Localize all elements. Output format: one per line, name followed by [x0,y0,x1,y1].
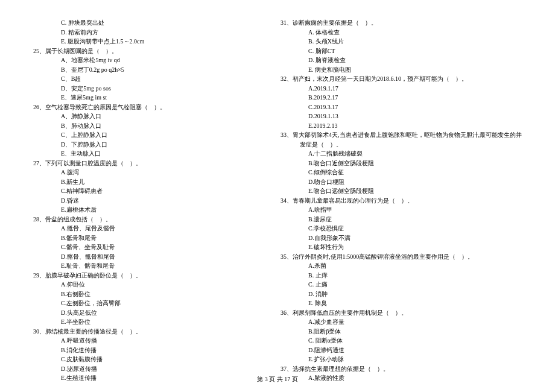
q29-option-c: C.左侧卧位，抬高臀部 [33,299,253,308]
q26-option-c: C、上腔静脉入口 [33,130,253,140]
q28-option-a: A.骶骨、尾骨及髋骨 [33,224,253,233]
q29-option-a: A.仰卧位 [33,280,253,289]
q27-option-a: A.腹泻 [33,168,253,177]
q30-option-d: D.泌尿道传播 [33,364,253,374]
q25-stem: 25、属于长期医嘱的是（ ）。 [33,46,253,56]
q37-stem: 37、选择抗生素最理想的依据是（ ）。 [281,364,522,374]
q32-stem: 32、初产妇，末次月经第一天日期为2018.6.10，预产期可能为（ ）。 [281,74,522,84]
q33-stem-line1: 33、胃大部切除术4天,当患者进食后上腹饱胀和呕吐，呕吐物为食物无胆汁,最可能发… [281,130,522,140]
q28-option-e: E.耻骨、髂骨和尾骨 [33,261,253,271]
q26-option-a: A、肺静脉入口 [33,112,253,121]
q32-option-b: B.2019.2.17 [281,93,522,103]
q35-option-e: E. 除臭 [281,299,522,308]
q26-option-d: D、下腔静脉入口 [33,140,253,150]
q30-stem: 30、肺结核最主要的传播途径是（ ）。 [33,327,253,337]
q29-option-e: E.半坐卧位 [33,317,253,327]
q31-stem: 31、诊断癫痫的主要依据是（ ）。 [281,18,522,28]
q26-stem: 26、空气栓塞导致死亡的原因是气栓阻塞（ ）。 [33,103,253,112]
q34-option-a: A.吮指甲 [281,205,522,215]
q25-option-e: E、速尿5mg im st [33,93,253,103]
q30-option-a: A.呼吸道传播 [33,336,253,346]
q35-option-b: B. 止痒 [281,271,522,280]
q36-stem: 36、利尿剂降低血压的主要作用机制是（ ）。 [281,308,522,318]
page-container: C. 肿块最突出处 D. 精索前内方 E. 腹股沟韧带中点上1.5～2.0cm … [0,0,555,392]
q24-option-d: D. 精索前内方 [33,28,253,37]
q36-option-e: E.扩张小动脉 [281,355,522,364]
q25-option-c: C、B超 [33,74,253,84]
q25-option-a: A、地塞米松5mg iv qd [33,55,253,65]
q28-stem: 28、骨盆的组成包括（ ）。 [33,215,253,224]
q33-option-b: B.吻合口近侧空肠段梗阻 [281,159,522,168]
q33-option-d: D.吻合口梗阻 [281,177,522,187]
q24-option-e: E. 腹股沟韧带中点上1.5～2.0cm [33,37,253,46]
q33-option-e: E.吻合口远侧空肠段梗阻 [281,186,522,196]
page-footer: 第 3 页 共 17 页 [0,375,555,384]
q30-option-c: C.皮肤黏膜传播 [33,355,253,364]
q27-option-e: E.扁桃体术后 [33,205,253,215]
q26-option-e: E、主动脉入口 [33,149,253,159]
q32-option-c: C.2019.3.17 [281,103,522,112]
q35-option-a: A.杀菌 [281,261,522,271]
q27-stem: 27、下列可以测量口腔温度的是（ ）。 [33,159,253,168]
q32-option-e: E.2019.2.13 [281,121,522,131]
q31-option-c: C. 脑部CT [281,46,522,56]
q27-option-b: B.新生儿 [33,177,253,187]
q27-option-d: D.昏迷 [33,196,253,206]
q29-option-d: D.头高足低位 [33,308,253,318]
left-column: C. 肿块最突出处 D. 精索前内方 E. 腹股沟韧带中点上1.5～2.0cm … [33,18,253,383]
q35-stem: 35、治疗外阴炎时,使用1:5000高锰酸钾溶液坐浴的最主要作用是（ ）。 [281,252,522,262]
q29-option-b: B.右侧卧位 [33,289,253,299]
q32-option-a: A.2019.1.17 [281,84,522,93]
q33-stem-line2: 发症是（ ）。 [281,140,522,150]
q31-option-b: B. 头颅X线片 [281,37,522,46]
q25-option-d: D、安定5mg po sos [33,84,253,93]
q24-option-c: C. 肿块最突出处 [33,18,253,28]
q34-option-d: D.自我形象不满 [281,233,522,243]
q34-stem: 34、青春期儿童最容易出现的心理行为是（ ）。 [281,196,522,206]
q33-option-a: A.十二指肠残端破裂 [281,149,522,159]
q27-option-c: C.精神障碍患者 [33,186,253,196]
q36-option-b: B.阻断β受体 [281,327,522,337]
q36-option-a: A.减少血容量 [281,317,522,327]
q35-option-c: C. 止痛 [281,280,522,289]
q36-option-d: D.阻滞钙通道 [281,346,522,355]
q28-option-b: B.骶骨和尾骨 [33,233,253,243]
q31-option-e: E. 病史和脑电图 [281,65,522,75]
q31-option-a: A. 体格检查 [281,28,522,37]
q26-option-b: B、肺动脉入口 [33,121,253,131]
q34-option-b: B.遗尿症 [281,215,522,224]
q33-option-c: C.倾倒综合征 [281,168,522,177]
right-column: 31、诊断癫痫的主要依据是（ ）。 A. 体格检查 B. 头颅X线片 C. 脑部… [281,18,522,383]
q36-option-c: C. 阻断α受体 [281,336,522,346]
q34-option-e: E.破坏性行为 [281,242,522,252]
q25-option-b: B、奎尼丁0.2g po q2h×5 [33,65,253,75]
q28-option-d: D.髂骨、骶骨和尾骨 [33,252,253,262]
q34-option-c: C.学校恐惧症 [281,224,522,233]
q30-option-b: B.消化道传播 [33,346,253,355]
q28-option-c: C.髂骨、坐骨及耻骨 [33,242,253,252]
q35-option-d: D. 消肿 [281,289,522,299]
q32-option-d: D.2019.1.13 [281,112,522,121]
q29-stem: 29、胎膜早破孕妇正确的卧位是（ ）。 [33,271,253,280]
q31-option-d: D. 脑脊液检查 [281,55,522,65]
